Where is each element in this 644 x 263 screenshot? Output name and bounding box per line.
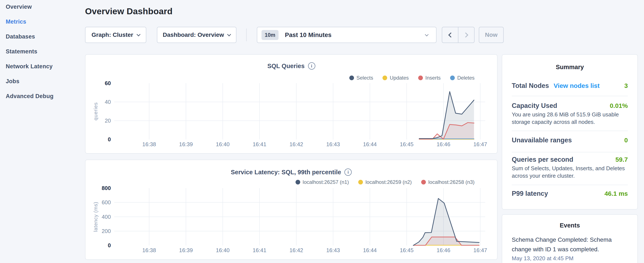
svg-text:16:38: 16:38	[142, 141, 156, 147]
qps-label: Queries per second	[512, 156, 573, 163]
sidebar-item-jobs[interactable]: Jobs	[0, 74, 85, 89]
prev-range-button[interactable]	[442, 27, 458, 43]
chevron-left-icon	[448, 32, 453, 38]
svg-text:0: 0	[108, 136, 111, 142]
legend-dot	[418, 76, 423, 80]
unavailable-ranges-value: 0	[624, 137, 628, 144]
time-window-picker[interactable]: 10m Past 10 Minutes	[257, 27, 436, 43]
svg-text:16:44: 16:44	[363, 247, 376, 253]
total-nodes-label: Total Nodes	[512, 82, 549, 90]
summary-panel: Summary Total Nodes View nodes list 3 Ca…	[502, 54, 638, 210]
sidebar-item-network-latency[interactable]: Network Latency	[0, 59, 85, 74]
time-range-nav	[442, 27, 474, 43]
svg-text:latency (ms): latency (ms)	[93, 202, 98, 232]
svg-text:16:42: 16:42	[289, 247, 303, 253]
info-icon[interactable]: i	[308, 62, 315, 70]
legend-dot	[358, 180, 363, 184]
legend-dot	[296, 180, 300, 184]
info-icon[interactable]: i	[344, 168, 352, 176]
sidebar-item-databases[interactable]: Databases	[0, 29, 85, 44]
sidebar-item-metrics[interactable]: Metrics	[0, 14, 85, 29]
svg-text:16:40: 16:40	[216, 247, 230, 253]
svg-text:16:46: 16:46	[436, 141, 450, 147]
svg-text:40: 40	[105, 99, 111, 105]
sidebar-item-advanced-debug[interactable]: Advanced Debug	[0, 89, 85, 104]
legend-item-inserts: Inserts	[418, 75, 441, 81]
dashboard-dropdown-label: Dashboard: Overview	[163, 32, 224, 38]
event-item-text: Schema Change Completed: Schema change w…	[512, 235, 629, 254]
capacity-description: You are using 28.6 MiB of 515.9 GiB usab…	[512, 111, 629, 126]
chevron-down-icon	[227, 32, 231, 36]
qps-description: Sum of Selects, Updates, Inserts, and De…	[512, 165, 629, 180]
legend-dot	[450, 76, 455, 80]
svg-text:600: 600	[102, 199, 111, 205]
chart-title: Service Latency: SQL, 99th percentile	[231, 169, 341, 176]
time-window-badge: 10m	[262, 30, 278, 40]
chevron-down-icon	[136, 32, 140, 36]
svg-text:16:44: 16:44	[363, 141, 376, 147]
svg-text:16:39: 16:39	[179, 141, 193, 147]
legend-label: localhost:26259 (n2)	[366, 179, 412, 185]
events-panel: Events Schema Change Completed: Schema c…	[502, 214, 638, 263]
legend-label: localhost:26258 (n3)	[428, 179, 474, 185]
graph-dropdown-label: Graph: Cluster	[92, 32, 133, 38]
unavailable-ranges-label: Unavailable ranges	[512, 136, 572, 144]
legend-item-deletes: Deletes	[450, 75, 474, 81]
svg-text:800: 800	[102, 185, 111, 191]
sidebar-item-statements[interactable]: Statements	[0, 44, 85, 59]
capacity-value: 0.01%	[610, 102, 628, 109]
svg-text:16:40: 16:40	[216, 141, 230, 147]
sidebar-nav: OverviewMetricsDatabasesStatementsNetwor…	[0, 0, 85, 104]
dashboard-dropdown[interactable]: Dashboard: Overview	[157, 27, 236, 43]
legend-item-localhost-26258-n3-: localhost:26258 (n3)	[421, 179, 474, 185]
legend-dot	[382, 76, 387, 80]
svg-text:60: 60	[105, 80, 111, 86]
legend-label: Updates	[390, 75, 409, 81]
summary-row-total-nodes: Total Nodes View nodes list 3	[512, 82, 628, 90]
svg-text:0: 0	[108, 242, 111, 248]
svg-text:16:45: 16:45	[400, 141, 413, 147]
summary-row-capacity: Capacity Used 0.01%	[512, 102, 628, 110]
divider	[512, 131, 628, 131]
svg-text:20: 20	[105, 118, 111, 124]
now-button[interactable]: Now	[479, 27, 504, 43]
time-window-label: Past 10 Minutes	[285, 32, 332, 39]
divider	[512, 185, 628, 185]
svg-text:16:41: 16:41	[252, 247, 266, 253]
chart-legend: SelectsUpdatesInsertsDeletes	[349, 75, 475, 81]
view-nodes-list-link[interactable]: View nodes list	[554, 82, 600, 89]
divider	[512, 152, 628, 152]
svg-text:16:46: 16:46	[437, 247, 450, 253]
svg-text:16:39: 16:39	[179, 247, 193, 253]
graph-dropdown[interactable]: Graph: Cluster	[85, 27, 146, 43]
sidebar-item-overview[interactable]: Overview	[0, 0, 85, 14]
svg-text:16:45: 16:45	[400, 247, 414, 253]
sql-queries-chart-card: 16:3816:3916:4016:4116:4216:4316:4416:45…	[85, 54, 498, 154]
svg-text:16:47: 16:47	[474, 141, 487, 147]
events-title: Events	[502, 222, 638, 229]
qps-value: 59.7	[616, 156, 628, 163]
legend-dot	[421, 180, 426, 184]
next-range-button[interactable]	[458, 27, 474, 43]
summary-row-qps: Queries per second 59.7	[512, 156, 628, 163]
svg-text:400: 400	[102, 214, 111, 220]
svg-text:queries: queries	[93, 102, 98, 120]
svg-text:200: 200	[102, 228, 111, 234]
summary-row-p99: P99 latency 46.1 ms	[512, 190, 628, 197]
sidebar: OverviewMetricsDatabasesStatementsNetwor…	[0, 0, 85, 263]
legend-label: localhost:26257 (n1)	[303, 179, 349, 185]
svg-text:16:43: 16:43	[326, 141, 340, 147]
svg-text:16:42: 16:42	[289, 141, 303, 147]
legend-item-localhost-26257-n1-: localhost:26257 (n1)	[296, 179, 349, 185]
svg-text:16:43: 16:43	[326, 247, 340, 253]
page-title: Overview Dashboard	[85, 7, 172, 16]
svg-text:16:47: 16:47	[474, 247, 487, 253]
legend-item-localhost-26259-n2-: localhost:26259 (n2)	[358, 179, 412, 185]
legend-dot	[349, 76, 354, 80]
svg-text:16:38: 16:38	[142, 247, 156, 253]
svg-text:16:41: 16:41	[252, 141, 266, 147]
toolbar-divider	[246, 29, 247, 41]
chevron-right-icon	[463, 32, 468, 38]
legend-label: Selects	[356, 75, 373, 81]
chevron-down-icon	[425, 33, 428, 36]
